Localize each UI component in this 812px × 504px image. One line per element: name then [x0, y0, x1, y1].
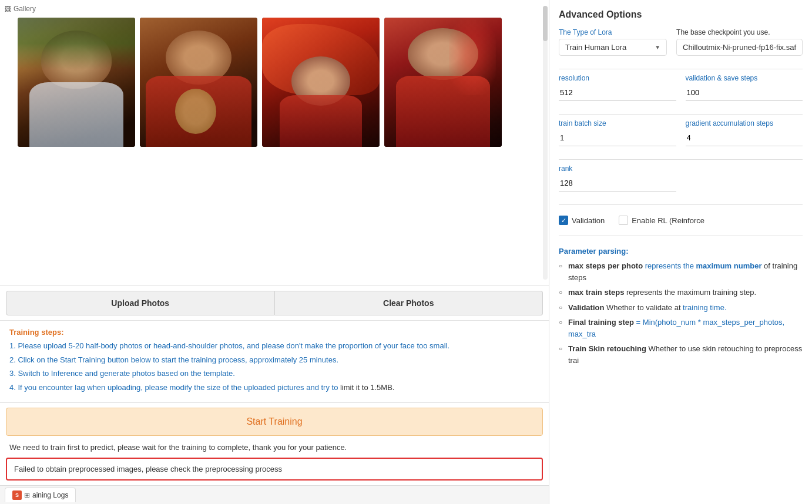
step-4-limit: limit it to 1.5MB.: [340, 383, 394, 392]
param-1-bold: max steps per photo: [568, 261, 643, 270]
step-1-text: 1. Please upload 5-20 half-body photos o…: [9, 341, 449, 350]
validation-steps-input[interactable]: [686, 85, 803, 101]
validation-checkbox[interactable]: ✓: [559, 216, 568, 225]
divider-4: [559, 204, 803, 205]
param-item-1: max steps per photo represents the maxim…: [559, 260, 803, 283]
param-item-2: max train steps represents the maximum t…: [559, 287, 803, 298]
button-row: Upload Photos Clear Photos: [0, 285, 549, 320]
param-3-bold: Validation: [568, 303, 604, 312]
rank-spacer: [686, 164, 803, 191]
batch-size-group: train batch size: [559, 119, 676, 146]
param-3-training: training time.: [683, 303, 726, 312]
img-placeholder-2: [140, 18, 257, 147]
param-item-4: Final training step = Min(photo_num * ma…: [559, 317, 803, 340]
gradient-accumulation-label: gradient accumulation steps: [686, 119, 803, 127]
upload-photos-button[interactable]: Upload Photos: [6, 291, 275, 315]
error-text: Failed to obtain preprocessed images, pl…: [14, 465, 282, 473]
app-container: 🖼 Gallery: [0, 0, 812, 504]
gallery-label: 🖼 Gallery: [5, 5, 36, 13]
lora-type-label: The Type of Lora: [559, 28, 667, 36]
gradient-accumulation-input[interactable]: [686, 130, 803, 146]
validation-steps-label: validation & save steps: [686, 74, 803, 82]
enable-rl-checkbox[interactable]: [619, 216, 628, 225]
tab-bar: S ⊞ aining Logs: [0, 485, 549, 504]
rank-group: rank: [559, 164, 676, 191]
batch-gradient-row: train batch size gradient accumulation s…: [559, 119, 803, 146]
gallery-images: [0, 0, 549, 285]
param-4-bold: Final training step: [568, 318, 634, 327]
enable-rl-checkbox-item: Enable RL (Reinforce: [619, 216, 704, 225]
batch-size-input[interactable]: [559, 130, 676, 146]
training-logs-tab[interactable]: S ⊞ aining Logs: [5, 488, 76, 502]
scrollbar-track[interactable]: [543, 6, 548, 280]
param-list: max steps per photo represents the maxim…: [559, 260, 803, 366]
base-checkpoint-label: The base checkpoint you use.: [676, 28, 803, 36]
right-panel: Advanced Options The Type of Lora Train …: [549, 0, 812, 504]
training-step-2: 2. Click on the Start Training button be…: [9, 354, 539, 366]
img-placeholder-1: [18, 18, 135, 147]
advanced-options-title: Advanced Options: [559, 9, 803, 20]
resolution-group: resolution: [559, 74, 676, 101]
lora-checkpoint-row: The Type of Lora Train Human Lora ▼ The …: [559, 28, 803, 56]
gallery-icon: 🖼: [5, 5, 11, 12]
validation-checkbox-label: Validation: [572, 216, 605, 225]
param-1-max: maximum number: [696, 261, 761, 270]
base-checkpoint-group: The base checkpoint you use. Chilloutmix…: [676, 28, 803, 56]
enable-rl-label: Enable RL (Reinforce: [632, 216, 704, 225]
validation-steps-group: validation & save steps: [686, 74, 803, 101]
wait-message: We need to train first to predict, pleas…: [0, 441, 549, 455]
gallery-image-1: [18, 18, 135, 147]
param-3-whether: Whether to validate at: [606, 303, 683, 312]
validation-checkbox-item: ✓ Validation: [559, 216, 605, 225]
gallery-label-text: Gallery: [14, 5, 36, 13]
divider-3: [559, 159, 803, 160]
divider-2: [559, 114, 803, 115]
training-step-3: 3. Switch to Inference and generate phot…: [9, 368, 539, 379]
start-training-row: Start Training: [0, 402, 549, 441]
divider-5: [559, 236, 803, 236]
scrollbar-thumb[interactable]: [543, 6, 548, 41]
training-steps-list: 1. Please upload 5-20 half-body photos o…: [9, 340, 539, 393]
lora-type-select[interactable]: Train Human Lora ▼: [559, 39, 667, 56]
param-parsing-title: Parameter parsing:: [559, 247, 803, 256]
training-steps-title: Training steps:: [9, 328, 539, 337]
param-item-5: Train Skin retouching Whether to use ski…: [559, 343, 803, 366]
lora-type-value: Train Human Lora: [565, 43, 626, 52]
gallery-image-2: [140, 18, 257, 147]
param-1-rest: represents the: [645, 261, 696, 270]
gallery-image-3: [262, 18, 380, 147]
left-panel: 🖼 Gallery: [0, 0, 549, 504]
img-placeholder-4: [384, 18, 502, 147]
step-3-text: 3. Switch to Inference and generate phot…: [9, 369, 235, 378]
rank-input[interactable]: [559, 175, 676, 191]
training-steps-section: Training steps: 1. Please upload 5-20 ha…: [0, 320, 549, 402]
checkbox-row: ✓ Validation Enable RL (Reinforce: [559, 216, 803, 225]
gallery-area: 🖼 Gallery: [0, 0, 549, 285]
resolution-input[interactable]: [559, 85, 676, 101]
training-step-4: 4. If you encounter lag when uploading, …: [9, 382, 539, 394]
param-item-3: Validation Whether to validate at traini…: [559, 302, 803, 314]
lora-type-arrow: ▼: [655, 44, 660, 51]
resolution-validation-row: resolution validation & save steps: [559, 74, 803, 101]
resolution-label: resolution: [559, 74, 676, 82]
gallery-image-4: [384, 18, 502, 147]
param-2-bold: max train steps: [568, 288, 624, 297]
gradient-accumulation-group: gradient accumulation steps: [686, 119, 803, 146]
divider-1: [559, 69, 803, 69]
main-content: 🖼 Gallery: [0, 0, 812, 504]
tab-label: aining Logs: [32, 491, 68, 499]
base-checkpoint-input[interactable]: Chilloutmix-Ni-pruned-fp16-fix.saf: [676, 39, 803, 56]
lora-type-group: The Type of Lora Train Human Lora ▼: [559, 28, 667, 56]
clear-photos-button[interactable]: Clear Photos: [275, 291, 543, 315]
param-parsing-section: Parameter parsing: max steps per photo r…: [559, 247, 803, 369]
step-2-text: 2. Click on the Start Training button be…: [9, 355, 338, 364]
img-placeholder-3: [262, 18, 380, 147]
training-step-1: 1. Please upload 5-20 half-body photos o…: [9, 340, 539, 352]
rank-label: rank: [559, 164, 676, 173]
tab-icon-s: S: [12, 490, 22, 500]
step-4-text: 4. If you encounter lag when uploading, …: [9, 383, 340, 392]
start-training-button[interactable]: Start Training: [6, 408, 543, 436]
batch-size-label: train batch size: [559, 119, 676, 127]
tab-icon-secondary: ⊞: [24, 491, 30, 499]
param-5-bold: Train Skin retouching: [568, 344, 646, 353]
